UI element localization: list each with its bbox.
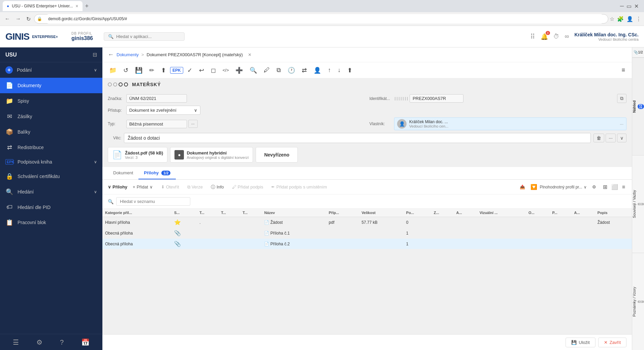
table-row[interactable]: Obecná příloha 📎 📄 Příloha č.2	[102, 239, 632, 249]
tab-prilohy[interactable]: Přílohy 1/2	[138, 167, 176, 179]
down-button[interactable]: ↓	[335, 65, 343, 75]
col-a2[interactable]: A...	[572, 209, 595, 217]
minimize-button[interactable]: ─	[620, 3, 624, 9]
return-button[interactable]: ↩	[196, 65, 207, 75]
col-t3[interactable]: T...	[240, 209, 261, 217]
col-velikost[interactable]: Velikost	[359, 209, 403, 217]
open-folder-button[interactable]: 📁	[106, 65, 119, 75]
sidebar-item-dokumenty[interactable]: 📄 Dokumenty	[0, 78, 102, 93]
copy-identifikat-button[interactable]: ⧉	[617, 94, 626, 103]
att-podpis-umisteni-button[interactable]: ✒ Přidat podpis s umístěním	[268, 183, 329, 191]
breadcrumb-parent[interactable]: Dokumenty	[117, 52, 139, 57]
vec-delete-button[interactable]: 🗑	[593, 134, 604, 142]
table-row[interactable]: Hlavní příloha ⭐ . 📄 Žádost p	[102, 217, 632, 228]
add-doc-button[interactable]: ➕	[233, 65, 246, 75]
back-button[interactable]: ←	[3, 14, 12, 23]
col-po[interactable]: Po...	[404, 209, 431, 217]
att-verze-button[interactable]: ⧉ Verze	[185, 183, 205, 191]
check-button[interactable]: ✓	[185, 65, 195, 75]
sidebar-item-zasilky[interactable]: ✉ Zásilky	[0, 109, 102, 124]
sidebar-item-pracovni-blok[interactable]: 📋 Pracovní blok	[0, 215, 102, 230]
sidebar-item-spisy[interactable]: 📁 Spisy	[0, 93, 102, 109]
att-info-button[interactable]: ⓘ Info	[208, 183, 227, 191]
table-row[interactable]: Obecná příloha 📎 📄 Příloha č.1	[102, 228, 632, 239]
tab-close-icon[interactable]: ×	[75, 3, 78, 9]
save-button[interactable]: 💾 Uložit	[566, 338, 595, 347]
save-toolbar-button[interactable]: 💾	[132, 65, 145, 75]
up-button[interactable]: ↑	[325, 65, 333, 75]
person-button[interactable]: 👤	[311, 65, 324, 75]
new-tab-button[interactable]: +	[83, 3, 92, 10]
col-prip[interactable]: Příp...	[326, 209, 359, 217]
global-search[interactable]: 🔍	[104, 32, 185, 41]
col-popis[interactable]: Popis	[595, 209, 632, 217]
sidebar-item-baliky[interactable]: 📦 Balíky	[0, 124, 102, 140]
att-settings-button[interactable]: ⚙	[589, 183, 599, 191]
copy-button[interactable]: ⧉	[274, 65, 284, 75]
col-p[interactable]: P...	[550, 209, 572, 217]
sidebar-collapse-icon[interactable]: ⊟	[93, 51, 97, 58]
typ-input[interactable]	[126, 120, 187, 128]
znacka-input[interactable]	[126, 94, 187, 103]
att-profile-select[interactable]: Plnohodnotný profil pr... ∨	[540, 185, 587, 189]
search-input[interactable]	[116, 34, 177, 39]
active-tab[interactable]: ● USU - GINIS Enterprise+ Univer... ×	[3, 1, 83, 11]
col-kategorie[interactable]: Kategorie příl...	[102, 209, 171, 217]
col-vizualni[interactable]: Vizuální ...	[477, 209, 526, 217]
notifications-icon[interactable]: 🔔 3	[541, 33, 548, 40]
search-toolbar-button[interactable]: 🔍	[247, 65, 260, 75]
right-tab-souvisejici[interactable]: Souvisejí / Vazby 0	[632, 155, 644, 253]
att-filter-icon[interactable]: 🔽	[530, 184, 537, 190]
breadcrumb-close-icon[interactable]: ×	[248, 52, 251, 58]
more-toolbar-button[interactable]: ≡	[619, 65, 628, 75]
epk-button[interactable]: EPK	[170, 67, 183, 74]
col-t1[interactable]: T...	[197, 209, 218, 217]
att-card-view-button[interactable]: ⬜	[610, 182, 619, 191]
col-z[interactable]: Z...	[431, 209, 454, 217]
menu-icon[interactable]: ⋮	[636, 16, 641, 22]
pristup-dropdown[interactable]: Dokument ke zveřejnění ∨	[126, 106, 200, 115]
upload-button[interactable]: ⬆	[158, 65, 169, 75]
sidebar-item-podpisova-kniha[interactable]: EPK Podpisová kniha ∨	[0, 155, 102, 169]
account-icon[interactable]: 👤	[626, 16, 633, 22]
share-button[interactable]: ⬆	[345, 65, 355, 75]
col-nazev[interactable]: Název	[261, 209, 326, 217]
bookmark-icon[interactable]: ☆	[610, 16, 614, 22]
settings-icon[interactable]: ⚙	[36, 338, 42, 346]
att-search-input[interactable]	[116, 197, 190, 206]
vec-expand-button[interactable]: ∨	[617, 134, 626, 142]
help-icon[interactable]: ?	[60, 339, 64, 346]
forward-button[interactable]: →	[13, 14, 23, 23]
transfer-button[interactable]: ⇄	[299, 65, 310, 75]
edit-button[interactable]: ✏	[147, 65, 157, 75]
sidebar-item-hledani-pid[interactable]: 🏷 Hledání dle PID	[0, 200, 102, 215]
col-a[interactable]: A...	[453, 209, 477, 217]
att-list-view-button[interactable]: ≡	[621, 182, 626, 191]
sidebar-item-podani[interactable]: + Podání ∨	[0, 62, 102, 78]
code-button[interactable]: </>	[220, 66, 232, 74]
grid-icon[interactable]: ⠿	[530, 33, 535, 41]
back-button[interactable]: ←	[108, 51, 114, 58]
col-o[interactable]: O...	[526, 209, 550, 217]
vec-input[interactable]	[124, 133, 591, 143]
col-s[interactable]: S...	[171, 209, 197, 217]
right-tab-nahled[interactable]: Náhled 1/2	[632, 58, 644, 155]
att-export-button[interactable]: 📤	[517, 183, 528, 191]
att-podpis-button[interactable]: 🖊 Přidat podpis	[229, 183, 266, 191]
attachment-count[interactable]: 📎 1/2	[632, 47, 644, 58]
file-card-hybrid[interactable]: ● Dokument hybridní Analogový originál s…	[170, 147, 253, 163]
tab-dokument[interactable]: Dokument	[108, 167, 138, 179]
owner-more-button[interactable]: ···	[620, 121, 623, 127]
timer-icon[interactable]: ⏱	[553, 33, 559, 40]
refresh-button[interactable]: ↺	[121, 65, 131, 75]
sidebar-item-schvaleni[interactable]: 🔒 Schválení certifikátu	[0, 169, 102, 184]
att-add-button[interactable]: + Přidat ∨	[130, 183, 156, 191]
sign-button[interactable]: 🖊	[261, 65, 272, 75]
file-card-zadost[interactable]: 📄 Žádost.pdf (58 kB) Verzí: 3	[108, 147, 167, 163]
typ-more-button[interactable]: ···	[188, 120, 198, 128]
att-otevrit-button[interactable]: ⬇ Otevřít	[158, 183, 182, 191]
extension-icon[interactable]: 🧩	[617, 16, 624, 22]
att-grid-view-button[interactable]: ⊞	[602, 182, 609, 191]
identifikat-input[interactable]	[410, 94, 463, 103]
reload-button[interactable]: ↻	[24, 14, 33, 24]
